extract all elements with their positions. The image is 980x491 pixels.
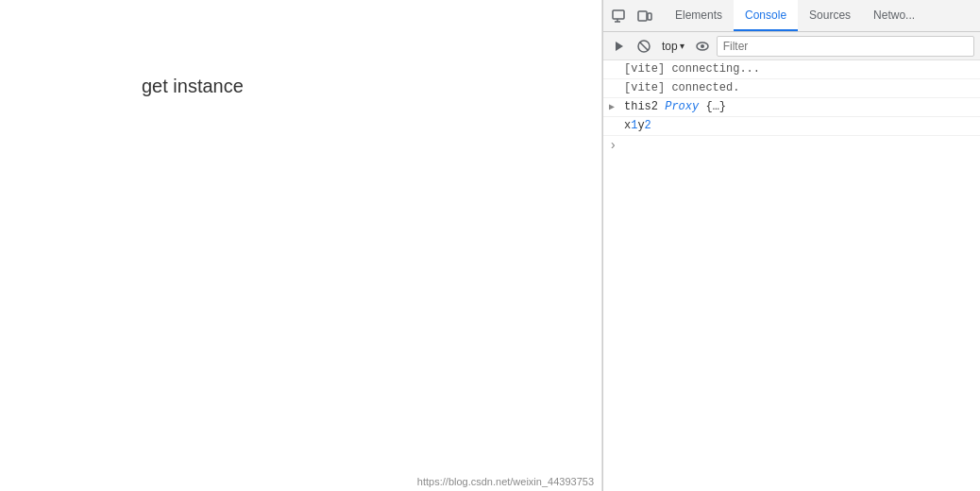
console-prompt-line[interactable]: › — [603, 136, 980, 155]
page-content-text: get instance — [142, 76, 244, 97]
xy-x-value: 1 — [631, 119, 637, 132]
execute-script-btn[interactable] — [609, 36, 630, 57]
console-text-1: [vite] connecting... — [624, 62, 760, 76]
tab-network[interactable]: Netwo... — [862, 0, 926, 31]
svg-rect-3 — [638, 11, 647, 21]
devtools-toolbar: top ▾ — [603, 32, 980, 60]
svg-marker-5 — [616, 42, 623, 51]
devtools-header-icons — [607, 5, 656, 27]
xy-x-label: x — [624, 119, 631, 132]
tab-sources[interactable]: Sources — [798, 0, 862, 31]
eye-filter-btn[interactable] — [692, 36, 713, 57]
svg-rect-4 — [648, 13, 651, 20]
bottom-url: https://blog.csdn.net/weixin_44393753 — [417, 476, 594, 487]
proxy-label: Proxy — [665, 100, 699, 113]
devtools-panel: Elements Console Sources Netwo... — [602, 0, 980, 491]
xy-y-value: 2 — [645, 119, 651, 132]
console-text-2: [vite] connected. — [624, 81, 739, 94]
prompt-arrow-icon: › — [609, 138, 617, 153]
console-line-1: [vite] connecting... — [603, 60, 980, 79]
console-output[interactable]: [vite] connecting... [vite] connected. ▶… — [603, 60, 980, 491]
svg-line-7 — [640, 42, 649, 50]
console-line-2: [vite] connected. — [603, 79, 980, 98]
tab-elements[interactable]: Elements — [664, 0, 734, 31]
svg-rect-0 — [613, 10, 624, 19]
device-toggle-btn[interactable] — [634, 5, 656, 27]
tab-console[interactable]: Console — [734, 0, 798, 31]
filter-input[interactable] — [717, 36, 974, 57]
chevron-down-icon: ▾ — [680, 41, 684, 51]
svg-point-9 — [701, 44, 704, 48]
expand-arrow-icon: ▶ — [609, 101, 615, 112]
proxy-content: {…} — [699, 100, 726, 113]
main-container: get instance https://blog.csdn.net/weixi… — [0, 0, 980, 491]
console-this2-label: this2 — [624, 100, 665, 113]
console-line-3[interactable]: ▶ this2 Proxy {…} — [603, 98, 980, 117]
devtools-tab-bar: Elements Console Sources Netwo... — [603, 0, 980, 32]
inspect-icon-btn[interactable] — [607, 5, 630, 27]
tab-list: Elements Console Sources Netwo... — [664, 0, 926, 31]
browser-page: get instance https://blog.csdn.net/weixi… — [0, 0, 602, 491]
console-line-4: x 1 y 2 — [603, 117, 980, 136]
clear-console-btn[interactable] — [634, 36, 654, 57]
xy-y-label: y — [637, 119, 644, 132]
context-selector[interactable]: top ▾ — [658, 38, 688, 55]
